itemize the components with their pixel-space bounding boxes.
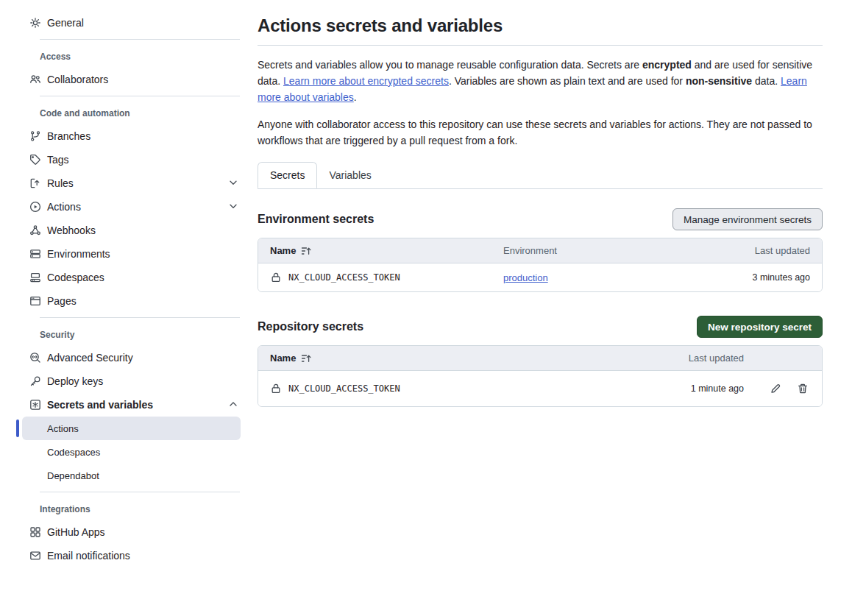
apps-grid-icon	[29, 526, 41, 538]
key-icon	[29, 375, 41, 387]
sidebar-item-label: GitHub Apps	[47, 526, 105, 538]
intro-paragraph-1: Secrets and variables allow you to manag…	[258, 57, 823, 105]
page-title: Actions secrets and variables	[258, 15, 823, 36]
lock-icon	[270, 272, 282, 283]
sidebar-item-label: Email notifications	[47, 550, 130, 562]
sidebar-item-label: Deploy keys	[47, 375, 103, 387]
repository-secrets-header-row: Repository secrets New repository secret	[258, 316, 823, 338]
column-header-label: Name	[270, 245, 296, 256]
sort-ascending-icon	[300, 353, 312, 364]
sidebar-item-secrets-and-variables[interactable]: Secrets and variables	[22, 393, 241, 417]
sidebar-subitem-codespaces[interactable]: Codespaces	[22, 440, 241, 464]
column-header-name[interactable]: Name	[258, 245, 503, 257]
sidebar-item-label: Actions	[47, 423, 79, 434]
gear-icon	[29, 17, 41, 29]
environment-secret-row: NX_CLOUD_ACCESS_TOKEN production 3 minut…	[258, 263, 822, 291]
sidebar-item-label: General	[47, 17, 84, 29]
sidebar-section-code-automation: Code and automation	[40, 108, 241, 118]
sidebar-item-email-notifications[interactable]: Email notifications	[22, 544, 241, 567]
intro-text: data.	[752, 75, 781, 87]
codespaces-icon	[29, 272, 41, 283]
mail-icon	[29, 550, 41, 562]
people-icon	[29, 74, 41, 85]
sidebar-item-deploy-keys[interactable]: Deploy keys	[22, 369, 241, 393]
environment-secrets-table: Name Environment Last updated NX_CLOUD_A…	[258, 238, 823, 292]
manage-environment-secrets-button[interactable]: Manage environment secrets	[672, 208, 823, 230]
sidebar-item-label: Webhooks	[47, 224, 96, 236]
environment-secrets-heading: Environment secrets	[258, 213, 374, 226]
edit-secret-button[interactable]	[770, 383, 781, 394]
browser-icon	[29, 295, 41, 307]
environment-link[interactable]: production	[503, 272, 548, 283]
column-header-last-updated: Last updated	[663, 353, 744, 364]
sidebar-section-integrations: Integrations	[40, 504, 241, 514]
sidebar-item-general[interactable]: General	[22, 11, 241, 35]
last-updated-cell: 3 minutes ago	[689, 272, 822, 283]
title-divider	[258, 45, 823, 46]
sidebar-item-tags[interactable]: Tags	[22, 148, 241, 171]
row-actions	[744, 383, 822, 394]
delete-secret-button[interactable]	[797, 383, 809, 394]
asterisk-box-icon	[29, 399, 41, 411]
sidebar-item-advanced-security[interactable]: Advanced Security	[22, 346, 241, 369]
new-repository-secret-button[interactable]: New repository secret	[697, 316, 823, 338]
codescan-icon	[29, 352, 41, 364]
divider	[40, 39, 240, 40]
sidebar-item-actions[interactable]: Actions	[22, 195, 241, 219]
sidebar-item-branches[interactable]: Branches	[22, 124, 241, 148]
chevron-up-icon	[227, 398, 239, 412]
secret-name: NX_CLOUD_ACCESS_TOKEN	[288, 383, 400, 394]
sidebar-item-label: Rules	[47, 177, 74, 189]
environment-secrets-header-row: Environment secrets Manage environment s…	[258, 208, 823, 230]
tab-variables[interactable]: Variables	[317, 162, 383, 188]
repository-secrets-table: Name Last updated NX_CLOUD_ACCESS_TOKEN …	[258, 345, 823, 407]
intro-bold-non-sensitive: non-sensitive	[686, 75, 752, 87]
repository-secrets-table-header: Name Last updated	[258, 346, 822, 371]
secret-name-cell: NX_CLOUD_ACCESS_TOKEN	[258, 272, 503, 283]
learn-more-encrypted-secrets-link[interactable]: Learn more about encrypted secrets	[283, 75, 449, 87]
intro-paragraph-2: Anyone with collaborator access to this …	[258, 116, 823, 149]
intro-text: .	[354, 91, 357, 103]
secret-name: NX_CLOUD_ACCESS_TOKEN	[288, 272, 400, 283]
divider	[40, 317, 240, 318]
tag-icon	[29, 154, 41, 166]
sidebar-item-label: Collaborators	[47, 74, 108, 85]
sidebar-item-label: Secrets and variables	[47, 399, 153, 411]
sidebar-item-codespaces[interactable]: Codespaces	[22, 266, 241, 289]
tab-secrets[interactable]: Secrets	[258, 162, 317, 188]
environment-secrets-table-header: Name Environment Last updated	[258, 238, 822, 263]
rules-icon	[29, 177, 41, 189]
divider	[40, 96, 240, 96]
last-updated-cell: 1 minute ago	[663, 383, 744, 394]
sidebar-item-github-apps[interactable]: GitHub Apps	[22, 520, 241, 544]
intro-text: . Variables are shown as plain text and …	[449, 75, 686, 87]
webhook-icon	[29, 224, 41, 236]
sidebar-item-label: Dependabot	[47, 470, 99, 481]
lock-icon	[270, 383, 282, 394]
sidebar-item-environments[interactable]: Environments	[22, 242, 241, 266]
sidebar-item-pages[interactable]: Pages	[22, 289, 241, 313]
secrets-variables-tabnav: Secrets Variables	[258, 162, 823, 189]
sidebar-item-label: Codespaces	[47, 272, 104, 283]
sidebar-item-label: Codespaces	[47, 447, 100, 458]
sidebar-item-label: Advanced Security	[47, 352, 133, 364]
sidebar-item-webhooks[interactable]: Webhooks	[22, 219, 241, 242]
sidebar-subitem-dependabot[interactable]: Dependabot	[22, 464, 241, 487]
sort-ascending-icon	[300, 245, 312, 257]
chevron-down-icon	[227, 200, 239, 214]
sidebar-item-collaborators[interactable]: Collaborators	[22, 68, 241, 91]
column-header-name[interactable]: Name	[258, 353, 663, 364]
secret-name-cell: NX_CLOUD_ACCESS_TOKEN	[258, 383, 663, 394]
repository-secret-row: NX_CLOUD_ACCESS_TOKEN 1 minute ago	[258, 371, 822, 406]
column-header-environment: Environment	[503, 245, 689, 256]
sidebar-item-label: Pages	[47, 295, 77, 307]
play-circle-icon	[29, 201, 41, 213]
sidebar-section-security: Security	[40, 330, 241, 340]
sidebar-item-label: Environments	[47, 248, 110, 260]
repository-secrets-heading: Repository secrets	[258, 320, 363, 333]
divider	[40, 492, 240, 492]
git-branch-icon	[29, 130, 41, 142]
sidebar-item-rules[interactable]: Rules	[22, 171, 241, 195]
chevron-down-icon	[227, 177, 239, 191]
sidebar-subitem-actions[interactable]: Actions	[22, 417, 241, 440]
